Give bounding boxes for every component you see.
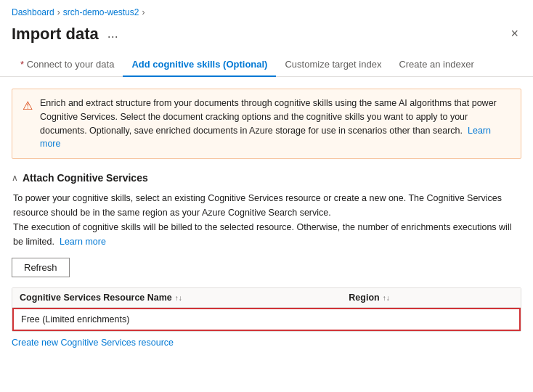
section-learn-more-link[interactable]: Learn more <box>60 237 106 247</box>
breadcrumb-resource[interactable]: srch-demo-westus2 <box>63 7 139 17</box>
page-title: Import data <box>12 25 99 44</box>
table-row[interactable]: Free (Limited enrichments) <box>12 308 521 331</box>
row-region <box>349 314 512 324</box>
section-title: Attach Cognitive Services <box>23 172 148 184</box>
tab-cognitive[interactable]: Add cognitive skills (Optional) <box>123 53 276 77</box>
section-description: To power your cognitive skills, select a… <box>12 191 521 249</box>
section-header: ∧ Attach Cognitive Services <box>12 172 521 184</box>
tab-indexer[interactable]: Create an indexer <box>390 53 482 77</box>
tab-bar: Connect to your data Add cognitive skill… <box>0 53 533 77</box>
panel-header: Import data ... × <box>0 20 533 53</box>
import-data-panel: Dashboard › srch-demo-westus2 › Import d… <box>0 0 533 392</box>
cognitive-services-section: ∧ Attach Cognitive Services To power you… <box>12 172 521 348</box>
col-header-region: Region ↑↓ <box>349 293 513 303</box>
create-resource-link[interactable]: Create new Cognitive Services resource <box>12 338 174 348</box>
tab-index[interactable]: Customize target index <box>276 53 390 77</box>
sort-name-icon[interactable]: ↑↓ <box>175 294 182 302</box>
close-button[interactable]: × <box>508 23 521 44</box>
table-header: Cognitive Services Resource Name ↑↓ Regi… <box>12 288 521 308</box>
chevron-icon[interactable]: ∧ <box>12 173 18 183</box>
breadcrumb-dashboard[interactable]: Dashboard <box>12 7 54 17</box>
breadcrumb-sep-2: › <box>142 7 145 17</box>
title-row: Import data ... <box>12 25 121 44</box>
banner-text: Enrich and extract structure from your d… <box>40 97 510 151</box>
breadcrumb-sep-1: › <box>57 7 60 17</box>
col-header-name: Cognitive Services Resource Name ↑↓ <box>20 293 349 303</box>
warning-icon: ⚠ <box>23 97 33 151</box>
info-banner: ⚠ Enrich and extract structure from your… <box>12 89 521 159</box>
tab-connect[interactable]: Connect to your data <box>12 53 123 77</box>
row-name: Free (Limited enrichments) <box>21 314 349 324</box>
breadcrumb: Dashboard › srch-demo-westus2 › <box>0 0 533 20</box>
main-content: ⚠ Enrich and extract structure from your… <box>0 77 533 371</box>
refresh-button[interactable]: Refresh <box>12 258 70 277</box>
ellipsis-button[interactable]: ... <box>105 25 121 43</box>
resource-table: Cognitive Services Resource Name ↑↓ Regi… <box>12 287 521 332</box>
sort-region-icon[interactable]: ↑↓ <box>383 294 390 302</box>
